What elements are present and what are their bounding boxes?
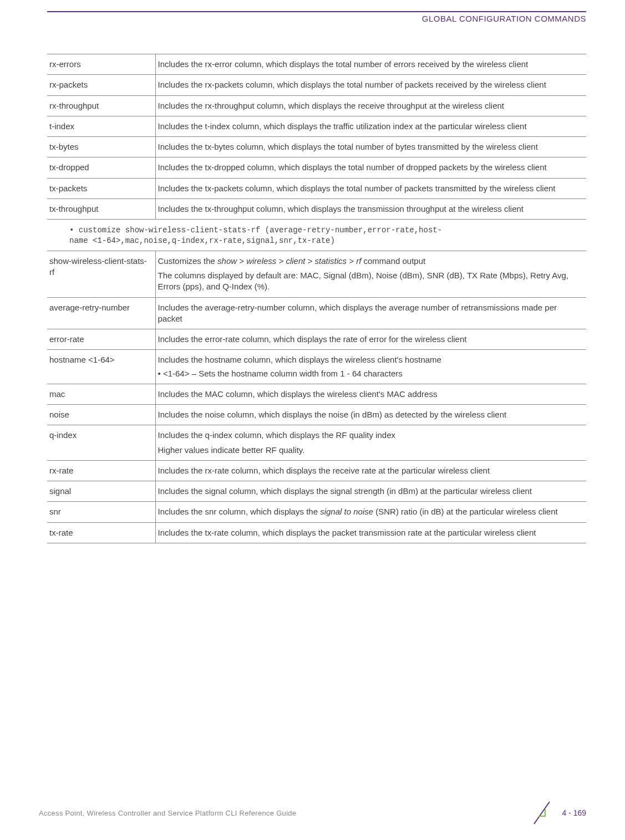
table-row: hostname <1-64> Includes the hostname co… <box>47 350 586 384</box>
param-desc: Includes the tx-packets column, which di… <box>155 178 586 198</box>
desc-text: show > wireless > client > statistics > … <box>217 256 361 266</box>
param-name: hostname <1-64> <box>47 350 155 384</box>
table-row: noiseIncludes the noise column, which di… <box>47 405 586 425</box>
code-line: name <1-64>,mac,noise,q-index,rx-rate,si… <box>69 236 335 245</box>
table-row: tx-packetsIncludes the tx-packets column… <box>47 178 586 198</box>
param-desc: Includes the q-index column, which displ… <box>155 425 586 461</box>
desc-text: command output <box>361 256 425 266</box>
param-desc: Includes the MAC column, which displays … <box>155 384 586 404</box>
code-sample: customize show-wireless-client-stats-rf … <box>69 225 586 246</box>
param-desc: Includes the tx-rate column, which displ… <box>155 522 586 543</box>
svg-line-0 <box>534 802 550 824</box>
slash-icon <box>529 800 555 826</box>
table-row: show-wireless-client-stats-rf Customizes… <box>47 251 586 297</box>
code-line: customize show-wireless-client-stats-rf … <box>69 226 442 235</box>
desc-text: Includes the hostname column, which disp… <box>158 354 581 365</box>
param-desc: Includes the average-retry-number column… <box>155 297 586 329</box>
param-name: rx-packets <box>47 75 155 95</box>
param-desc: Includes the rx-error column, which disp… <box>155 54 586 75</box>
table-row: tx-droppedIncludes the tx-dropped column… <box>47 157 586 178</box>
param-name: tx-rate <box>47 522 155 543</box>
param-name: t-index <box>47 116 155 136</box>
param-name: noise <box>47 405 155 425</box>
desc-text: (SNR) ratio (in dB) at the particular wi… <box>373 507 558 516</box>
table-row: signalIncludes the signal column, which … <box>47 481 586 502</box>
table-row: rx-rateIncludes the rx-rate column, whic… <box>47 460 586 481</box>
table-row: t-indexIncludes the t-index column, whic… <box>47 116 586 136</box>
param-desc: Includes the signal column, which displa… <box>155 481 586 502</box>
parameter-table-1: rx-errorsIncludes the rx-error column, w… <box>47 54 586 220</box>
param-name: snr <box>47 502 155 522</box>
table-row: rx-throughputIncludes the rx-throughput … <box>47 95 586 116</box>
param-desc: Includes the tx-dropped column, which di… <box>155 157 586 178</box>
desc-text: signal to noise <box>320 507 373 516</box>
desc-text: Higher values indicate better RF quality… <box>158 445 581 456</box>
table-row: error-rateIncludes the error-rate column… <box>47 329 586 350</box>
param-desc: Includes the t-index column, which displ… <box>155 116 586 136</box>
param-desc: Includes the snr column, which displays … <box>155 502 586 522</box>
param-desc: Customizes the show > wireless > client … <box>155 251 586 297</box>
param-desc: Includes the rx-rate column, which displ… <box>155 460 586 481</box>
desc-text: <1-64> – Sets the hostname column width … <box>158 368 581 379</box>
desc-text: The columns displayed by default are: MA… <box>158 270 581 293</box>
param-name: q-index <box>47 425 155 461</box>
table-row: rx-errorsIncludes the rx-error column, w… <box>47 54 586 75</box>
param-name: mac <box>47 384 155 404</box>
param-desc: Includes the tx-throughput column, which… <box>155 198 586 219</box>
param-name: signal <box>47 481 155 502</box>
page-footer: Access Point, Wireless Controller and Se… <box>0 800 625 826</box>
page-header: GLOBAL CONFIGURATION COMMANDS <box>47 14 586 23</box>
parameter-table-2: show-wireless-client-stats-rf Customizes… <box>47 251 586 543</box>
table-row: average-retry-numberIncludes the average… <box>47 297 586 329</box>
table-row: tx-bytesIncludes the tx-bytes column, wh… <box>47 137 586 157</box>
param-name: rx-throughput <box>47 95 155 116</box>
param-desc: Includes the noise column, which display… <box>155 405 586 425</box>
desc-text: Includes the q-index column, which displ… <box>158 430 581 441</box>
param-desc: Includes the error-rate column, which di… <box>155 329 586 350</box>
param-desc: Includes the rx-throughput column, which… <box>155 95 586 116</box>
table-row: macIncludes the MAC column, which displa… <box>47 384 586 404</box>
desc-text: Customizes the <box>158 256 218 266</box>
param-name: average-retry-number <box>47 297 155 329</box>
desc-text: Includes the snr column, which displays … <box>158 507 321 516</box>
param-name: tx-dropped <box>47 157 155 178</box>
table-row: tx-throughputIncludes the tx-throughput … <box>47 198 586 219</box>
param-name: rx-errors <box>47 54 155 75</box>
param-name: error-rate <box>47 329 155 350</box>
param-name: show-wireless-client-stats-rf <box>47 251 155 297</box>
param-desc: Includes the hostname column, which disp… <box>155 350 586 384</box>
param-desc: Includes the rx-packets column, which di… <box>155 75 586 95</box>
footer-text: Access Point, Wireless Controller and Se… <box>39 809 296 817</box>
param-name: tx-packets <box>47 178 155 198</box>
table-row: q-index Includes the q-index column, whi… <box>47 425 586 461</box>
param-name: tx-throughput <box>47 198 155 219</box>
page-number: 4 - 169 <box>562 808 586 817</box>
table-row: tx-rateIncludes the tx-rate column, whic… <box>47 522 586 543</box>
param-name: tx-bytes <box>47 137 155 157</box>
param-desc: Includes the tx-bytes column, which disp… <box>155 137 586 157</box>
table-row: snr Includes the snr column, which displ… <box>47 502 586 522</box>
table-row: rx-packetsIncludes the rx-packets column… <box>47 75 586 95</box>
param-name: rx-rate <box>47 460 155 481</box>
